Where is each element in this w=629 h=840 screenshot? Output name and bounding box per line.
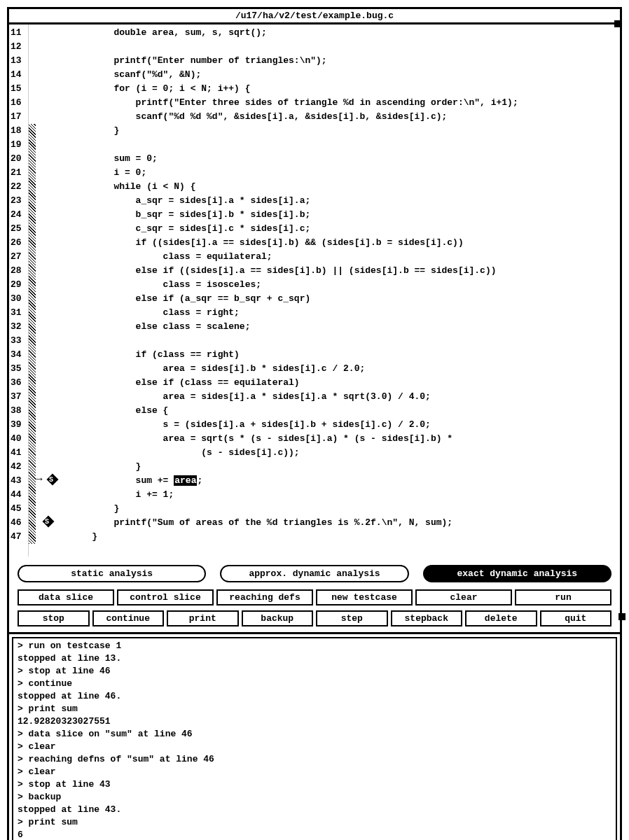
code-line[interactable]: else if (class == equilateral) — [70, 376, 620, 390]
console-panel: > run on testcase 1 stopped at line 13. … — [9, 632, 620, 840]
code-line[interactable]: for (i = 0; i < N; i++) { — [70, 82, 620, 96]
code-line[interactable]: b_sqr = sides[i].b * sides[i].b; — [70, 208, 620, 222]
code-line[interactable]: class = isosceles; — [70, 278, 620, 292]
code-line[interactable] — [70, 138, 620, 152]
console-output[interactable]: > run on testcase 1 stopped at line 13. … — [12, 637, 617, 840]
code-line[interactable]: scanf("%d", &N); — [70, 68, 620, 82]
line-number: 43 — [11, 474, 27, 488]
title-bar: /u17/ha/v2/test/example.bug.c — [9, 9, 620, 24]
line-number: 35 — [11, 362, 27, 376]
tab-approx-dynamic-analysis[interactable]: approx. dynamic analysis — [220, 565, 408, 582]
line-number: 31 — [11, 306, 27, 320]
stepback-button[interactable]: stepback — [391, 610, 463, 626]
code-line[interactable]: area = sides[i].a * sides[i].a * sqrt(3.… — [70, 390, 620, 404]
line-number: 37 — [11, 390, 27, 404]
code-line[interactable]: else if (a_sqr == b_sqr + c_sqr) — [70, 292, 620, 306]
line-number: 27 — [11, 250, 27, 264]
highlighted-token: area — [174, 475, 197, 486]
code-line[interactable]: else { — [70, 404, 620, 418]
code-line[interactable]: (s - sides[i].c)); — [70, 446, 620, 460]
print-button[interactable]: print — [167, 610, 239, 626]
line-number: 40 — [11, 432, 27, 446]
line-number: 24 — [11, 208, 27, 222]
line-number: 26 — [11, 236, 27, 250]
line-number-gutter: 1112131415161718192021222324252627282930… — [9, 24, 29, 556]
step-button[interactable]: step — [316, 610, 388, 626]
code-line[interactable]: sum = 0; — [70, 152, 620, 166]
toolbar-row-2: stop continue print backup step stepback… — [9, 609, 620, 628]
line-number: 41 — [11, 446, 27, 460]
code-line[interactable]: if ((sides[i].a == sides[i].b) && (sides… — [70, 236, 620, 250]
tab-static-analysis[interactable]: static analysis — [18, 565, 206, 582]
tab-exact-dynamic-analysis[interactable]: exact dynamic analysis — [423, 565, 611, 582]
line-number: 30 — [11, 292, 27, 306]
code-line[interactable]: a_sqr = sides[i].a * sides[i].a; — [70, 194, 620, 208]
code-line[interactable]: area = sides[i].b * sides[i].c / 2.0; — [70, 362, 620, 376]
reaching-defs-button[interactable]: reaching defs — [216, 589, 313, 606]
stop-button[interactable]: stop — [18, 610, 90, 626]
code-line[interactable]: class = equilateral; — [70, 250, 620, 264]
backup-button[interactable]: backup — [242, 610, 314, 626]
code-line[interactable]: } — [70, 502, 620, 516]
breakpoint-icon[interactable] — [48, 474, 57, 488]
line-number: 28 — [11, 264, 27, 278]
code-line[interactable]: area = sqrt(s * (s - sides[i].a) * (s - … — [70, 432, 620, 446]
line-number: 12 — [11, 40, 27, 54]
run-button[interactable]: run — [515, 589, 611, 606]
line-number: 15 — [11, 82, 27, 96]
code-line[interactable]: while (i < N) { — [70, 180, 620, 194]
code-line[interactable]: c_sqr = sides[i].c * sides[i].c; — [70, 222, 620, 236]
line-number: 42 — [11, 460, 27, 474]
current-line-arrow-icon — [36, 472, 43, 486]
code-line[interactable]: printf("Enter number of triangles:\n"); — [70, 54, 620, 68]
delete-button[interactable]: delete — [465, 610, 537, 626]
line-number: 13 — [11, 54, 27, 68]
resize-handle-icon[interactable] — [614, 20, 621, 27]
code-line[interactable]: if (class == right) — [70, 348, 620, 362]
window-title: /u17/ha/v2/test/example.bug.c — [235, 10, 394, 21]
continue-button[interactable]: continue — [92, 610, 165, 626]
data-slice-button[interactable]: data slice — [18, 589, 114, 606]
quit-button[interactable]: quit — [540, 610, 612, 626]
line-number: 20 — [11, 152, 27, 166]
line-number: 32 — [11, 320, 27, 334]
toolbar-row-1: data slice control slice reaching defs n… — [9, 588, 620, 607]
code-line[interactable]: else if ((sides[i].a == sides[i].b) || (… — [70, 264, 620, 278]
line-number: 45 — [11, 502, 27, 516]
line-number: 36 — [11, 376, 27, 390]
code-line[interactable]: } — [70, 124, 620, 138]
code-line[interactable]: i = 0; — [70, 166, 620, 180]
code-line[interactable]: class = right; — [70, 306, 620, 320]
code-line[interactable]: printf("Sum of areas of the %d triangles… — [70, 516, 620, 530]
code-line[interactable] — [70, 40, 620, 54]
line-number: 17 — [11, 110, 27, 124]
code-line[interactable]: } — [70, 530, 620, 544]
line-number: 29 — [11, 278, 27, 292]
app-window: /u17/ha/v2/test/example.bug.c 1112131415… — [7, 7, 622, 840]
line-number: 14 — [11, 68, 27, 82]
line-number: 16 — [11, 96, 27, 110]
clear-button[interactable]: clear — [415, 589, 512, 606]
code-line[interactable]: double area, sum, s, sqrt(); — [70, 26, 620, 40]
code-line[interactable]: } — [70, 460, 620, 474]
new-testcase-button[interactable]: new testcase — [316, 589, 413, 606]
code-line[interactable]: else class = scalene; — [70, 320, 620, 334]
line-number: 25 — [11, 222, 27, 236]
line-number: 19 — [11, 138, 27, 152]
code-line[interactable] — [70, 334, 620, 348]
code-line[interactable]: i += 1; — [70, 488, 620, 502]
code-line[interactable]: printf("Enter three sides of triangle %d… — [70, 96, 620, 110]
code-content[interactable]: double area, sum, s, sqrt(); printf("Ent… — [67, 24, 620, 556]
line-number: 33 — [11, 334, 27, 348]
line-number: 47 — [11, 530, 27, 544]
line-number: 46 — [11, 516, 27, 530]
control-slice-button[interactable]: control slice — [117, 589, 214, 606]
line-number: 18 — [11, 124, 27, 138]
code-line[interactable]: scanf("%d %d %d", &sides[i].a, &sides[i]… — [70, 110, 620, 124]
resize-handle-icon[interactable] — [618, 613, 625, 620]
breakpoint-margin[interactable] — [29, 24, 67, 556]
breakpoint-icon[interactable] — [44, 516, 53, 530]
line-number: 21 — [11, 166, 27, 180]
code-line[interactable]: s = (sides[i].a + sides[i].b + sides[i].… — [70, 418, 620, 432]
code-line[interactable]: sum += area; — [70, 474, 620, 488]
